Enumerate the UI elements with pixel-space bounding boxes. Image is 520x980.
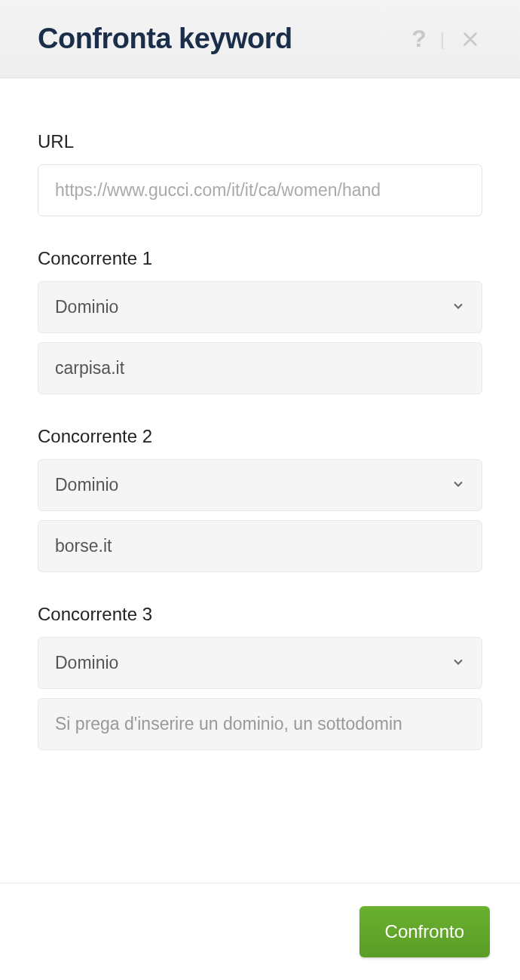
- competitor-3-type-select[interactable]: Dominio: [38, 637, 482, 689]
- url-field-group: URL: [38, 131, 482, 216]
- url-label: URL: [38, 131, 482, 152]
- competitor-3-group: Concorrente 3 Dominio: [38, 604, 482, 750]
- close-icon[interactable]: [458, 27, 482, 51]
- url-input[interactable]: [38, 164, 482, 216]
- competitor-2-type-select-wrap: Dominio: [38, 459, 482, 511]
- header-actions: ? |: [411, 25, 482, 53]
- help-icon[interactable]: ?: [411, 25, 427, 53]
- competitor-1-value-input[interactable]: [38, 342, 482, 394]
- competitor-1-group: Concorrente 1 Dominio: [38, 248, 482, 394]
- competitor-1-type-select[interactable]: Dominio: [38, 281, 482, 333]
- competitor-2-label: Concorrente 2: [38, 426, 482, 447]
- dialog-body: URL Concorrente 1 Dominio Concorrente 2 …: [0, 78, 520, 804]
- dialog-title: Confronta keyword: [38, 23, 292, 55]
- dialog-header: Confronta keyword ? |: [0, 0, 520, 78]
- compare-button[interactable]: Confronto: [359, 906, 490, 957]
- competitor-1-label: Concorrente 1: [38, 248, 482, 269]
- competitor-3-type-select-wrap: Dominio: [38, 637, 482, 689]
- competitor-2-value-input[interactable]: [38, 520, 482, 572]
- competitor-2-group: Concorrente 2 Dominio: [38, 426, 482, 572]
- competitor-3-label: Concorrente 3: [38, 604, 482, 625]
- dialog-footer: Confronto: [0, 883, 520, 980]
- header-divider: |: [440, 29, 445, 50]
- competitor-3-value-input[interactable]: [38, 698, 482, 750]
- competitor-2-type-select[interactable]: Dominio: [38, 459, 482, 511]
- competitor-1-type-select-wrap: Dominio: [38, 281, 482, 333]
